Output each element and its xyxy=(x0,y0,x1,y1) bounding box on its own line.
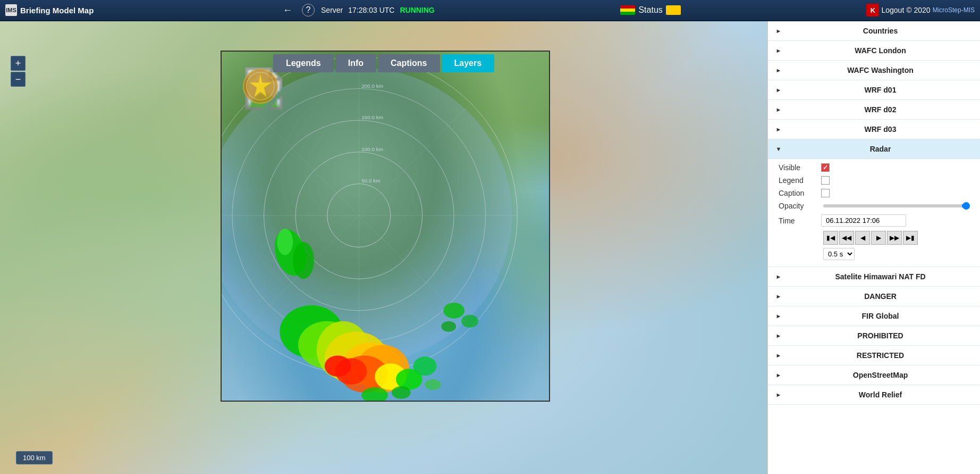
caption-checkbox[interactable] xyxy=(821,189,830,197)
arrow-danger: ► xyxy=(774,292,783,301)
arrow-wrf-d02: ► xyxy=(774,105,783,114)
arrow-restricted: ► xyxy=(774,351,783,360)
microstep-label: MicroStep-MIS xyxy=(933,6,975,14)
layer-row-world-relief[interactable]: ► World Relief xyxy=(768,385,980,405)
map-tabs: Legends Info Captions Layers xyxy=(273,54,494,72)
help-button[interactable]: ? xyxy=(302,4,315,16)
tab-captions[interactable]: Captions xyxy=(378,54,440,72)
map-controls: + − xyxy=(11,56,26,87)
playback-last[interactable]: ▶▮ xyxy=(903,231,918,245)
layer-row-wrf-d01[interactable]: ► WRF d01 xyxy=(768,80,980,100)
app-logo: IMS Briefing Model Map xyxy=(5,4,94,16)
ims-logo-square: IMS xyxy=(5,4,17,16)
playback-prev[interactable]: ◀ xyxy=(855,231,870,245)
myanmar-flag xyxy=(620,5,635,15)
layer-row-wafc-washington[interactable]: ► WAFC Washington xyxy=(768,61,980,80)
server-time: 17:28:03 UTC xyxy=(348,6,394,14)
arrow-wrf-d01: ► xyxy=(774,86,783,94)
layer-name-wrf-d01: WRF d01 xyxy=(787,86,974,94)
layer-name-world-relief: World Relief xyxy=(787,390,974,399)
sidebar: ► Countries ► WAFC London ► WAFC Washing… xyxy=(767,21,980,474)
layer-row-danger[interactable]: ► DANGER xyxy=(768,287,980,306)
server-label: Server xyxy=(321,6,343,14)
arrow-wafc-washington: ► xyxy=(774,66,783,74)
arrow-radar: ▼ xyxy=(774,145,783,153)
layer-row-prohibited[interactable]: ► PROHIBITED xyxy=(768,326,980,346)
layer-row-restricted[interactable]: ► RESTRICTED xyxy=(768,346,980,365)
visible-label: Visible xyxy=(779,163,821,172)
playback-forward-fast[interactable]: ▶▶ xyxy=(887,231,902,245)
app-title: Briefing Model Map xyxy=(20,6,94,15)
layer-row-wrf-d03[interactable]: ► WRF d03 xyxy=(768,120,980,139)
copyright: © 2020 xyxy=(906,6,930,14)
layer-row-wrf-d02[interactable]: ► WRF d02 xyxy=(768,100,980,120)
status-section: Status xyxy=(620,5,680,15)
thai-emblem xyxy=(242,68,279,105)
layer-name-restricted: RESTRICTED xyxy=(787,351,974,360)
arrow-countries: ► xyxy=(774,27,783,35)
layer-name-wafc-washington: WAFC Washington xyxy=(787,66,974,74)
logout-button[interactable]: K Logout © 2020 MicroStep-MIS xyxy=(866,4,975,16)
arrow-wrf-d03: ► xyxy=(774,125,783,134)
legend-row: Legend xyxy=(779,176,969,185)
radar-details-panel: Visible ✓ Legend Caption Opacity xyxy=(768,159,980,267)
logout-label: Logout xyxy=(881,6,904,14)
layer-name-satelite: Satelite Himawari NAT FD xyxy=(787,272,974,281)
layer-name-danger: DANGER xyxy=(787,292,974,301)
status-label: Status xyxy=(638,5,662,15)
zoom-in-button[interactable]: + xyxy=(11,56,26,71)
server-status: Server 17:28:03 UTC RUNNING xyxy=(321,6,435,14)
legend-label: Legend xyxy=(779,176,821,185)
opacity-slider[interactable] xyxy=(823,204,969,207)
time-row: Time xyxy=(779,214,969,227)
opacity-label: Opacity xyxy=(779,202,821,210)
scale-label: 100 km xyxy=(23,454,46,462)
map-image-container: 50.0 km 100.0 km 150.0 km 200.0 km xyxy=(221,51,550,402)
layer-name-wrf-d02: WRF d02 xyxy=(787,105,974,114)
layer-row-openstreetmap[interactable]: ► OpenStreetMap xyxy=(768,365,980,385)
arrow-world-relief: ► xyxy=(774,390,783,399)
layer-row-fir-global[interactable]: ► FIR Global xyxy=(768,306,980,326)
speed-select[interactable]: 0.5 s 1 s 2 s xyxy=(823,248,855,260)
opacity-row: Opacity xyxy=(779,202,969,210)
layer-name-countries: Countries xyxy=(787,27,974,35)
layer-row-satelite[interactable]: ► Satelite Himawari NAT FD xyxy=(768,267,980,287)
tab-legends[interactable]: Legends xyxy=(273,54,334,72)
visible-checkbox[interactable]: ✓ xyxy=(821,163,830,172)
arrow-fir-global: ► xyxy=(774,312,783,320)
time-input[interactable] xyxy=(821,214,906,227)
map-area[interactable]: + − Legends Info Captions Layers xyxy=(0,21,767,474)
arrow-wafc-london: ► xyxy=(774,46,783,55)
playback-controls: ▮◀ ◀◀ ◀ ▶ ▶▶ ▶▮ xyxy=(823,231,969,245)
arrow-satelite: ► xyxy=(774,272,783,281)
tab-info[interactable]: Info xyxy=(335,54,376,72)
arrow-openstreetmap: ► xyxy=(774,371,783,379)
playback-first[interactable]: ▮◀ xyxy=(823,231,838,245)
back-button[interactable]: ← xyxy=(280,4,295,17)
running-status: RUNNING xyxy=(400,6,434,14)
visible-row: Visible ✓ xyxy=(779,163,969,172)
caption-row: Caption xyxy=(779,189,969,197)
k-logo: K xyxy=(866,4,879,16)
caption-label: Caption xyxy=(779,189,821,197)
playback-rewind-fast[interactable]: ◀◀ xyxy=(839,231,854,245)
layer-name-openstreetmap: OpenStreetMap xyxy=(787,371,974,379)
legend-checkbox[interactable] xyxy=(821,176,830,185)
scale-bar: 100 km xyxy=(16,451,53,464)
layer-row-countries[interactable]: ► Countries xyxy=(768,21,980,41)
topbar: IMS Briefing Model Map ← ? Server 17:28:… xyxy=(0,0,980,21)
layer-name-prohibited: PROHIBITED xyxy=(787,331,974,340)
layer-name-wrf-d03: WRF d03 xyxy=(787,125,974,134)
playback-section: ▮◀ ◀◀ ◀ ▶ ▶▶ ▶▮ 0.5 s 1 s 2 s xyxy=(823,231,969,260)
status-indicator xyxy=(666,5,681,15)
time-label: Time xyxy=(779,217,821,225)
zoom-out-button[interactable]: − xyxy=(11,72,26,87)
layer-name-fir-global: FIR Global xyxy=(787,312,974,320)
arrow-prohibited: ► xyxy=(774,331,783,340)
layer-name-wafc-london: WAFC London xyxy=(787,46,974,55)
layer-row-wafc-london[interactable]: ► WAFC London xyxy=(768,41,980,61)
visible-check-mark: ✓ xyxy=(823,164,828,171)
tab-layers[interactable]: Layers xyxy=(441,54,494,72)
layer-row-radar[interactable]: ▼ Radar xyxy=(768,139,980,159)
playback-play[interactable]: ▶ xyxy=(871,231,886,245)
